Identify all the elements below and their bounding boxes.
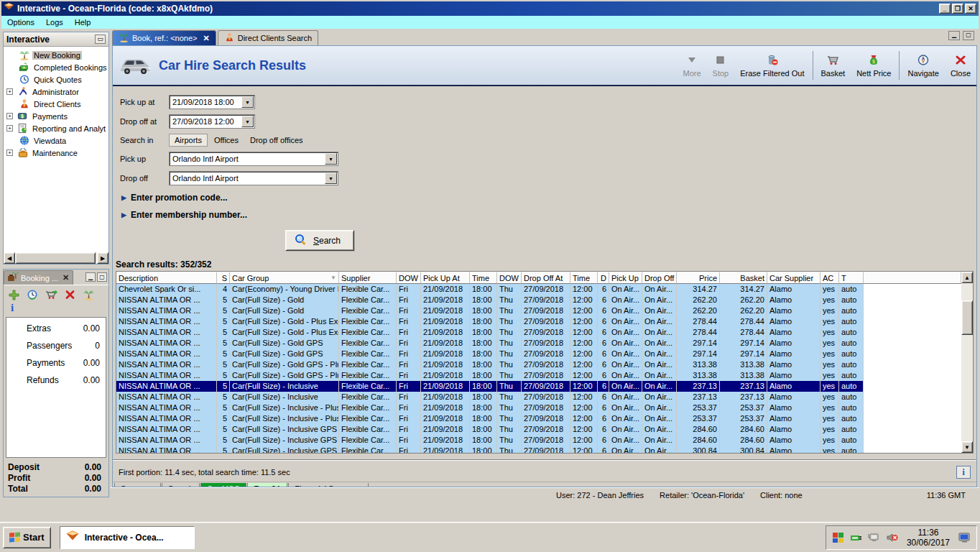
search-in-option-airports[interactable]: Airports — [169, 134, 208, 147]
chevron-down-icon[interactable]: ▼ — [241, 116, 254, 127]
scroll-down-icon[interactable]: ▼ — [961, 441, 973, 453]
column-header-dow[interactable]: DOW — [397, 272, 421, 284]
dropoff-at-input[interactable]: 27/09/2018 12:00 ▼ — [169, 114, 255, 129]
booking-minimize-button[interactable]: ▁ — [85, 272, 96, 282]
muted-speaker-icon[interactable] — [886, 532, 898, 543]
table-row[interactable]: NISSAN ALTIMA OR ...5Car(Full Size) - In… — [116, 413, 961, 424]
table-row[interactable]: NISSAN ALTIMA OR ...5Car(Full Size) - Go… — [116, 316, 961, 327]
expand-toggle-icon[interactable]: + — [6, 113, 13, 119]
table-row[interactable]: NISSAN ALTIMA OR ...5Car(Full Size) - In… — [116, 392, 961, 402]
scroll-up-icon[interactable]: ▲ — [961, 272, 973, 283]
nav-panel-collapse-button[interactable]: ▭ — [95, 34, 106, 44]
palm-tree-icon[interactable] — [83, 289, 95, 300]
chevron-down-icon[interactable]: ▼ — [325, 172, 337, 184]
column-header-pick-up[interactable]: Pick Up — [609, 272, 642, 284]
close-window-button[interactable]: ✕ — [965, 4, 976, 14]
show-desktop-icon[interactable] — [958, 532, 971, 543]
scroll-left-icon[interactable]: ◀ — [4, 252, 15, 264]
promotion-code-link[interactable]: ▶ Enter promotion code... — [121, 193, 976, 203]
column-header-car-group[interactable]: Car Group▼ — [230, 272, 339, 284]
scroll-right-icon[interactable]: ▶ — [97, 252, 108, 264]
booking-tab[interactable]: Booking ... ✕ — [4, 270, 73, 285]
sidebar-item-direct-clients[interactable]: Direct Clients — [4, 98, 108, 110]
column-header-basket[interactable]: Basket — [720, 272, 767, 284]
restore-button[interactable]: ❐ — [952, 4, 963, 14]
table-row[interactable]: NISSAN ALTIMA OR ...5Car(Full Size) - Go… — [116, 327, 961, 338]
expand-toggle-icon[interactable]: + — [6, 150, 13, 156]
search-in-option-offices[interactable]: Offices — [209, 134, 244, 146]
antivirus-icon[interactable] — [832, 532, 844, 543]
column-header-supplier[interactable]: Supplier — [339, 272, 397, 284]
chevron-down-icon[interactable]: ▼ — [241, 96, 254, 108]
column-header-description[interactable]: Description — [116, 272, 217, 284]
column-header-t[interactable]: T — [839, 272, 864, 284]
booking-info-icon[interactable]: i — [4, 302, 108, 316]
search-in-option-drop-off-offices[interactable]: Drop off offices — [245, 134, 308, 146]
expand-toggle-icon[interactable]: + — [6, 125, 13, 132]
column-header-drop-off[interactable]: Drop Off — [642, 272, 677, 284]
menu-logs[interactable]: Logs — [40, 17, 69, 27]
column-header-d[interactable]: D — [598, 272, 609, 284]
table-row[interactable]: NISSAN ALTIMA OR ...5Car(Full Size) - Go… — [116, 338, 961, 349]
add-plus-icon[interactable] — [8, 289, 20, 300]
table-row[interactable]: NISSAN ALTIMA OR ...5Car(Full Size) - In… — [116, 381, 961, 392]
close-button[interactable]: Close — [945, 51, 976, 80]
column-header-blank[interactable] — [864, 272, 961, 284]
chevron-down-icon[interactable]: ▼ — [325, 153, 337, 165]
table-row[interactable]: NISSAN ALTIMA OR ...5Car(Full Size) - Go… — [116, 295, 961, 305]
info-button[interactable]: i — [956, 466, 971, 479]
pickup-location-select[interactable]: Orlando Intl Airport ▼ — [169, 152, 338, 166]
column-header-pick-up-at[interactable]: Pick Up At — [421, 272, 470, 284]
table-row[interactable]: NISSAN ALTIMA OR ...5Car(Full Size) - In… — [116, 435, 961, 446]
expand-toggle-icon[interactable]: + — [6, 88, 13, 95]
column-header-dow[interactable]: DOW — [497, 272, 522, 284]
cart-arrow-icon[interactable] — [45, 289, 57, 300]
erase-filtered-out-button[interactable]: Erase Filtered Out — [734, 51, 810, 80]
booking-tab-close-icon[interactable]: ✕ — [63, 273, 69, 282]
tab-book-ref-none-[interactable]: Book, ref.: <none>✕ — [112, 30, 216, 45]
table-row[interactable]: NISSAN ALTIMA OR ...5Car(Full Size) - Go… — [116, 370, 961, 381]
sidebar-item-payments[interactable]: +$Payments — [4, 110, 108, 122]
basket-button[interactable]: Basket — [815, 51, 851, 80]
network-computer-icon[interactable] — [868, 532, 880, 543]
column-header-price[interactable]: Price — [677, 272, 720, 284]
panel-maximize-button[interactable]: ▢ — [963, 31, 974, 40]
dropoff-location-select[interactable]: Orlando Intl Airport ▼ — [169, 171, 338, 185]
sidebar-item-reporting-and-analyt[interactable]: +Reporting and Analyt — [4, 122, 108, 134]
table-row[interactable]: Chevrolet Spark Or si...4Car(Economy) - … — [116, 284, 961, 295]
tab-close-icon[interactable]: ✕ — [203, 34, 210, 43]
column-header-ac[interactable]: AC — [820, 272, 839, 284]
search-button[interactable]: Search — [285, 230, 354, 251]
pickup-at-input[interactable]: 21/09/2018 18:00 ▼ — [169, 95, 255, 109]
nett-price-button[interactable]: $Nett Price — [851, 51, 897, 80]
column-header-time[interactable]: Time — [570, 272, 598, 284]
taskbar-item-interactive[interactable]: Interactive - Ocea... — [60, 526, 195, 549]
table-row[interactable]: NISSAN ALTIMA OR ...5Car(Full Size) - Go… — [116, 305, 961, 316]
grid-vertical-scrollbar[interactable]: ▲ ▼ — [961, 272, 973, 453]
tree-horizontal-scrollbar[interactable]: ◀ ▶ — [4, 252, 108, 264]
sidebar-item-viewdata[interactable]: Viewdata — [4, 134, 108, 147]
column-header-car-supplier[interactable]: Car Supplier — [767, 272, 820, 284]
table-row[interactable]: NISSAN ALTIMA OR ...5Car(Full Size) - In… — [116, 446, 961, 453]
network-card-icon[interactable] — [850, 532, 862, 543]
minimize-button[interactable]: _ — [939, 4, 951, 14]
menu-options[interactable]: Options — [1, 17, 40, 27]
sidebar-item-quick-quotes[interactable]: Quick Quotes — [4, 73, 108, 86]
table-row[interactable]: NISSAN ALTIMA OR ...5Car(Full Size) - In… — [116, 424, 961, 435]
table-row[interactable]: NISSAN ALTIMA OR ...5Car(Full Size) - Go… — [116, 359, 961, 370]
quote-clock-icon[interactable] — [27, 289, 39, 300]
sidebar-item-new-booking[interactable]: New Booking — [4, 49, 108, 61]
table-row[interactable]: NISSAN ALTIMA OR ...5Car(Full Size) - In… — [116, 402, 961, 413]
scrollbar-thumb[interactable] — [15, 252, 96, 264]
sidebar-item-administrator[interactable]: +Administrator — [4, 86, 108, 98]
delete-x-icon[interactable] — [64, 289, 76, 300]
table-row[interactable]: NISSAN ALTIMA OR ...5Car(Full Size) - Go… — [116, 349, 961, 359]
start-button[interactable]: Start — [3, 527, 51, 548]
scrollbar-thumb[interactable] — [961, 300, 973, 335]
panel-minimize-button[interactable]: ▁ — [948, 31, 960, 40]
navigate-button[interactable]: Navigate — [902, 51, 944, 80]
booking-maximize-button[interactable]: ▢ — [97, 272, 107, 282]
column-header-s[interactable]: S — [217, 272, 230, 284]
tab-direct-clients-search[interactable]: Direct Clients Search — [218, 30, 318, 45]
membership-number-link[interactable]: ▶ Enter membership number... — [121, 210, 976, 220]
